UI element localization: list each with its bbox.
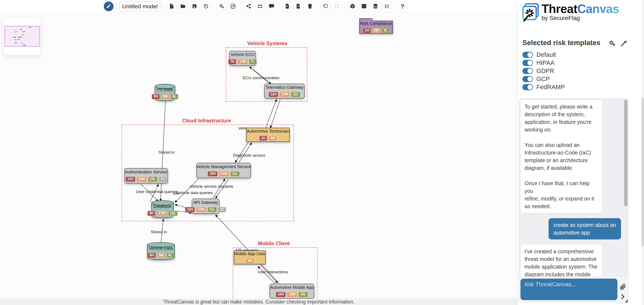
node-label: PII Data — [157, 87, 173, 92]
toolbar-divider — [164, 2, 164, 11]
risk-badge: 5M — [246, 258, 254, 263]
node-label: API Gateway — [193, 200, 218, 205]
node-authentication-service[interactable]: Authentication Service11H30M15L1U — [124, 168, 168, 183]
database-button[interactable] — [370, 2, 380, 11]
minimap-node — [15, 31, 16, 32]
chat-message-assistant: To get started, please write a descripti… — [521, 100, 602, 213]
comments-icon — [269, 4, 274, 10]
risk-badge: 21M — [219, 171, 229, 176]
trash-icon — [307, 4, 313, 10]
node-label: Database — [154, 204, 172, 209]
save-button[interactable] — [190, 2, 200, 11]
edit-mode-button[interactable] — [104, 2, 114, 11]
minimap-node — [20, 29, 22, 30]
group-label: Cloud Infrastructure — [182, 118, 231, 124]
node-vehicle-ecu[interactable]: Vehicle ECU7H13M7L — [229, 51, 256, 66]
risk-badge: 9M — [157, 253, 166, 258]
open-folder-button[interactable] — [178, 2, 188, 11]
node-vehicle-data[interactable]: Vehicle Data8H9M6L — [147, 244, 175, 260]
collaborators-button[interactable] — [255, 2, 265, 11]
trash-button[interactable] — [305, 2, 315, 11]
brand-title: ThreatCanvas — [542, 2, 619, 16]
toggle-default[interactable] — [522, 52, 533, 58]
node-automotive-mobile-app[interactable]: Automotive Mobile App10H19M10L — [270, 284, 314, 298]
model-name-input[interactable] — [119, 2, 161, 11]
risk-badge: 11L — [291, 92, 300, 97]
disclaimer-bar: ThreatCanvas is great but can make mista… — [0, 298, 518, 305]
toggle-fedramp[interactable] — [522, 84, 533, 90]
risk-badge: 11H — [126, 176, 135, 182]
new-file-button[interactable] — [167, 2, 176, 11]
risk-badge: 23M — [279, 92, 290, 97]
edge-label: Stored in — [151, 230, 167, 234]
node-label: Authentication Service — [125, 170, 167, 175]
toggle-gcp[interactable] — [522, 76, 533, 82]
node-automotive-technician[interactable]: Automotive Technician1H9M — [246, 128, 290, 142]
edge-label: Stored in — [158, 150, 174, 155]
group-label: Mobile Client — [258, 240, 290, 246]
node-pii-data[interactable]: PII Data9H9M6L — [155, 86, 175, 101]
send-button[interactable] — [619, 293, 626, 301]
risk-template-toggles: DefaultHIPAAGDPRGCPFedRAMP — [522, 52, 565, 90]
risk-badge: 11H — [185, 207, 195, 212]
risk-badge: 9M — [268, 136, 277, 141]
undo-button[interactable] — [320, 2, 330, 11]
analytics-chart-button[interactable] — [228, 2, 238, 11]
brand-subtitle: by SecureFlag — [542, 15, 619, 22]
checklist-button[interactable] — [382, 2, 392, 11]
risk-badge: 1U — [218, 207, 226, 212]
risk-badge: 10L — [298, 292, 308, 297]
badge-row: 11H30M15L1U — [126, 176, 167, 182]
import-file-button[interactable] — [282, 2, 292, 11]
toggle-hipaa[interactable] — [522, 60, 533, 66]
node-telematics-gateway[interactable]: Telematics Gateway11H23M11L — [264, 84, 305, 99]
minimap-node — [23, 45, 26, 46]
badge-row: 10H19M10L — [276, 292, 308, 297]
magic-wand-icon[interactable] — [620, 40, 628, 48]
server-rack-button[interactable] — [359, 2, 369, 11]
help-button[interactable]: ? — [398, 2, 407, 11]
help-icon: ? — [400, 3, 404, 10]
attach-file-button[interactable] — [619, 283, 626, 291]
node-database[interactable]: Database9H27M12L — [152, 202, 174, 218]
minimap[interactable] — [3, 18, 41, 55]
node-label: Risk Compliance — [360, 21, 392, 26]
chat-scrollbar[interactable] — [624, 100, 628, 206]
window-scrollbar-thumb[interactable] — [642, 98, 644, 246]
risk-badge: 9H — [147, 211, 156, 216]
settings-gears-icon — [219, 4, 224, 10]
toggle-gdpr[interactable] — [522, 68, 533, 74]
badge-row: 10H21M11L — [208, 171, 240, 176]
risk-badge: 11L — [230, 171, 240, 176]
comments-button[interactable] — [266, 2, 276, 11]
node-risk-compliance[interactable]: Risk Compliance1H2M4L — [359, 21, 393, 34]
toggle-label: GDPR — [536, 68, 554, 75]
components-cube-button[interactable] — [348, 2, 358, 11]
badge-row: 9H27M12L — [147, 211, 178, 216]
chat-input[interactable] — [520, 279, 618, 300]
risk-badge: 10H — [208, 171, 218, 176]
minimap-viewport[interactable] — [4, 26, 40, 47]
chat-input-area — [519, 276, 628, 303]
import-file-icon — [284, 4, 290, 10]
history-icon — [203, 4, 209, 10]
risk-badge: 13M — [238, 59, 248, 64]
risk-badge: 12L — [168, 211, 178, 216]
share-button[interactable] — [244, 2, 254, 11]
settings-gears-icon[interactable] — [608, 40, 616, 48]
history-button[interactable] — [201, 2, 211, 11]
edge-label: Vehicle service requests — [190, 184, 234, 189]
database-icon — [373, 4, 378, 10]
redo-button[interactable] — [332, 2, 342, 11]
node-api-gateway[interactable]: API Gateway11H23M11L1U — [192, 199, 220, 214]
node-mobile-app-user[interactable]: Mobile App User5M — [234, 250, 266, 264]
edge-label: ECU communication — [242, 76, 279, 80]
export-file-button[interactable] — [294, 2, 304, 11]
settings-gears-button[interactable] — [217, 2, 226, 11]
template-row-hipaa: HIPAA — [522, 60, 565, 66]
node-vehicle-management-service[interactable]: Vehicle Management Service10H21M11L — [196, 163, 251, 178]
components-cube-icon — [350, 4, 355, 10]
toggle-label: Default — [536, 51, 556, 58]
minimap-node — [18, 39, 20, 40]
window-scrollbar[interactable] — [642, 0, 644, 305]
